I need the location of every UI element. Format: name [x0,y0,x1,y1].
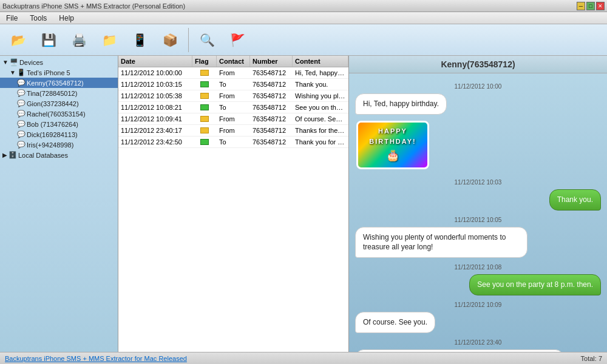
sidebar-item-tina[interactable]: 💬 Tina(728845012) [0,88,118,98]
row-number: 763548712 [250,103,293,112]
menu-help[interactable]: Help [56,13,76,24]
sidebar-item-rachel[interactable]: 💬 Rachel(760353154) [0,109,118,119]
sidebar-item-dick[interactable]: 💬 Dick(169284113) [0,129,118,140]
row-flag [192,103,217,112]
table-row[interactable]: 11/12/2012 10:09:41 From 763548712 Of co… [118,113,348,125]
tina-label: Tina(728845012) [27,90,77,97]
chat-contact-name: Kenny(763548712) [441,59,515,69]
toolbar-separator [188,28,189,52]
folder-button[interactable]: 📁 [96,29,123,51]
search-icon: 🔍 [196,29,218,51]
row-number: 763548712 [250,91,293,101]
flag-yellow-icon [200,116,209,122]
status-total: Total: 7 [581,355,602,362]
sidebar-item-kenny[interactable]: 💬 Kenny(763548712) [0,78,118,88]
bob-label: Bob (713476264) [27,121,78,128]
teds-arrow: ▼ [10,69,16,76]
maximize-button[interactable]: □ [586,2,595,10]
flag-yellow-icon [200,93,209,99]
bubble-right: Thank you. [549,189,601,211]
kenny-icon: 💬 [17,79,25,87]
flag-icon: 🚩 [226,29,248,51]
kenny-label: Kenny(763548712) [27,79,84,87]
folder-icon: 📁 [98,29,120,51]
chat-timestamp: 11/12/2012 10:03 [355,179,601,186]
bob-icon: 💬 [17,120,25,128]
row-content: Thank you. [293,79,348,89]
tina-icon: 💬 [17,89,25,97]
row-flag [192,115,217,123]
row-number: 763548712 [250,126,293,135]
status-link[interactable]: Backuptrans iPhone SMS + MMS Extractor f… [5,355,187,362]
sidebar-item-gion[interactable]: 💬 Gion(337238442) [0,98,118,109]
devices-icon: 🖥️ [10,58,18,66]
table-row[interactable]: 11/12/2012 10:00:00 From 763548712 Hi, T… [118,67,348,79]
row-content: Thank you for attending my birthday p... [293,137,348,147]
sidebar-item-teds-iphone[interactable]: ▼ 📱 Ted's iPhone 5 [0,67,118,78]
menu-bar: File Tools Help [0,12,607,24]
happy-text: HAPPY [378,127,407,136]
sidebar-item-bob[interactable]: 💬 Bob (713476264) [0,119,118,129]
chat-message-3: Wishing you plenty of wonderful moments … [355,227,601,258]
bubble: Hi, Ted, happy birthday. [355,93,447,115]
print-button[interactable]: 🖨️ [66,29,92,51]
devices-arrow: ▼ [2,59,8,66]
gion-icon: 💬 [17,99,25,107]
row-date: 11/12/2012 10:09:41 [118,114,192,124]
flag-button[interactable]: 🚩 [224,29,251,51]
title-bar: Backuptrans iPhone SMS + MMS Extractor (… [0,0,607,12]
devices-label: Devices [19,59,43,66]
row-content: Hi, Ted, happy birthday. [293,68,348,78]
message-list-body: 11/12/2012 10:00:00 From 763548712 Hi, T… [118,67,348,352]
open-button[interactable]: 📂 [5,29,32,51]
row-content: Wishing you plenty of wonderful mom... [293,91,348,101]
phone-button[interactable]: 📱 [126,29,153,51]
col-contact: Contact [217,56,250,67]
flag-yellow-icon [200,70,209,76]
sidebar-item-local-db[interactable]: ▶ 🗄️ Local Databases [0,150,118,160]
search-button[interactable]: 🔍 [194,29,220,51]
chat-message-2: Thank you. [355,189,601,211]
table-row[interactable]: 11/12/2012 23:40:17 From 763548712 Thank… [118,125,348,136]
row-date: 11/12/2012 10:00:00 [118,68,192,78]
sidebar-item-devices[interactable]: ▼ 🖥️ Devices [0,57,118,67]
candle-emoji: 🎂 [386,148,400,163]
row-date: 11/12/2012 10:08:21 [118,103,192,112]
row-number: 763548712 [250,137,293,147]
minimize-button[interactable]: ─ [577,2,585,10]
row-date: 11/12/2012 23:42:50 [118,137,192,147]
rachel-icon: 💬 [17,110,25,118]
bubble: Thanks for the invite. It totally rocked… [355,349,564,352]
iris-label: Iris(+94248998) [27,141,73,149]
import-icon: 📦 [159,29,181,51]
table-row[interactable]: 11/12/2012 10:03:15 To 763548712 Thank y… [118,79,348,90]
row-direction: To [217,137,250,147]
chat-panel: Kenny(763548712) 11/12/2012 10:00 Hi, Te… [349,56,607,352]
bubble-text: Wishing you plenty of wonderful moments … [363,233,506,252]
import-button[interactable]: 📦 [157,29,183,51]
close-button[interactable]: ✕ [596,2,605,10]
flag-green-icon [200,104,209,110]
menu-file[interactable]: File [4,13,20,24]
row-number: 763548712 [250,68,293,78]
table-row[interactable]: 11/12/2012 23:42:50 To 763548712 Thank y… [118,136,348,148]
bubble-text: Of course. See you. [363,318,427,326]
row-number: 763548712 [250,114,293,124]
chat-timestamp: 11/12/2012 23:40 [355,339,601,346]
main-layout: ▼ 🖥️ Devices ▼ 📱 Ted's iPhone 5 💬 Kenny(… [0,56,607,352]
table-row[interactable]: 11/12/2012 10:05:38 From 763548712 Wishi… [118,90,348,102]
row-date: 11/12/2012 10:05:38 [118,91,192,101]
bubble-right: See you on the party at 8 p.m. then. [469,274,601,295]
toolbar: 📂 💾 🖨️ 📁 📱 📦 🔍 🚩 [0,24,607,56]
row-content: Thanks for the invite. It totally rocked… [293,126,348,135]
row-flag [192,69,217,77]
col-content: Content [293,56,348,67]
chat-timestamp: 11/12/2012 10:05 [355,217,601,223]
sidebar-item-iris[interactable]: 💬 Iris(+94248998) [0,140,118,150]
flag-green-icon [200,81,209,87]
row-direction: From [217,68,250,78]
export-button[interactable]: 💾 [35,29,62,51]
menu-tools[interactable]: Tools [27,13,49,24]
table-row[interactable]: 11/12/2012 10:08:21 To 763548712 See you… [118,102,348,113]
local-db-icon: 🗄️ [8,151,17,159]
